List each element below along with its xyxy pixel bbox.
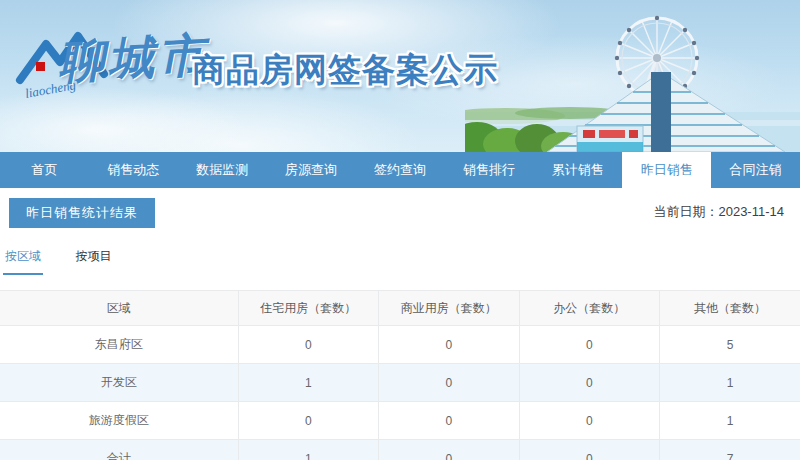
- section-head: 昨日销售统计结果 当前日期：2023-11-14: [0, 188, 800, 236]
- cell-office: 0: [519, 440, 660, 460]
- cell-residential: 0: [238, 326, 379, 364]
- table-row: 开发区 1 0 0 1: [0, 364, 800, 402]
- cell-region: 开发区: [0, 364, 238, 402]
- cell-office: 0: [519, 364, 660, 402]
- current-date: 当前日期：2023-11-14: [653, 203, 784, 221]
- section-title-badge: 昨日销售统计结果: [9, 198, 155, 228]
- tab-by-region[interactable]: 按区域: [3, 244, 43, 275]
- cell-region: 合计: [0, 440, 238, 460]
- table-header-row: 区域 住宅用房（套数） 商业用房（套数） 办公（套数） 其他（套数）: [0, 291, 800, 326]
- cell-residential: 1: [238, 364, 379, 402]
- nav-item-contract-cancellation[interactable]: 合同注销: [711, 152, 800, 188]
- cell-commercial: 0: [379, 440, 520, 460]
- table-row: 旅游度假区 0 0 0 1: [0, 402, 800, 440]
- cell-office: 0: [519, 402, 660, 440]
- main-nav: 首页 销售动态 数据监测 房源查询 签约查询 销售排行 累计销售 昨日销售 合同…: [0, 152, 800, 188]
- nav-item-listing-query[interactable]: 房源查询: [267, 152, 356, 188]
- table-row-total: 合计 1 0 0 7: [0, 440, 800, 460]
- col-header-office: 办公（套数）: [519, 291, 660, 326]
- nav-item-data-monitoring[interactable]: 数据监测: [178, 152, 267, 188]
- cell-other: 1: [660, 364, 800, 402]
- cell-region: 旅游度假区: [0, 402, 238, 440]
- nav-item-cumulative-sales[interactable]: 累计销售: [533, 152, 622, 188]
- nav-item-signing-query[interactable]: 签约查询: [356, 152, 445, 188]
- site-banner: liaocheng 聊城市 商品房网签备案公示: [0, 0, 800, 152]
- cell-commercial: 0: [379, 326, 520, 364]
- table-row: 东昌府区 0 0 0 5: [0, 326, 800, 364]
- nav-item-sales-ranking[interactable]: 销售排行: [444, 152, 533, 188]
- current-date-value: 2023-11-14: [718, 204, 784, 219]
- current-date-label: 当前日期：: [653, 204, 718, 219]
- main-content: 昨日销售统计结果 当前日期：2023-11-14 按区域 按项目 区域 住宅用房…: [0, 188, 800, 460]
- cell-commercial: 0: [379, 402, 520, 440]
- nav-item-sales-trends[interactable]: 销售动态: [89, 152, 178, 188]
- col-header-residential: 住宅用房（套数）: [238, 291, 379, 326]
- city-skyline-image: [465, 0, 800, 152]
- cell-other: 1: [660, 402, 800, 440]
- nav-item-home[interactable]: 首页: [0, 152, 89, 188]
- cell-residential: 0: [238, 402, 379, 440]
- cell-other: 5: [660, 326, 800, 364]
- view-tabs: 按区域 按项目: [0, 236, 800, 275]
- site-title: 商品房网签备案公示: [192, 48, 498, 93]
- tab-by-project[interactable]: 按项目: [73, 244, 113, 273]
- cell-office: 0: [519, 326, 660, 364]
- cell-other: 7: [660, 440, 800, 460]
- cell-residential: 1: [238, 440, 379, 460]
- brand-calligraphy-text: 聊城市: [56, 24, 209, 94]
- col-header-other: 其他（套数）: [660, 291, 800, 326]
- cell-region: 东昌府区: [0, 326, 238, 364]
- nav-item-yesterday-sales[interactable]: 昨日销售: [622, 152, 711, 188]
- sales-stats-table: 区域 住宅用房（套数） 商业用房（套数） 办公（套数） 其他（套数） 东昌府区 …: [0, 290, 800, 460]
- col-header-region: 区域: [0, 291, 238, 326]
- cell-commercial: 0: [379, 364, 520, 402]
- col-header-commercial: 商业用房（套数）: [379, 291, 520, 326]
